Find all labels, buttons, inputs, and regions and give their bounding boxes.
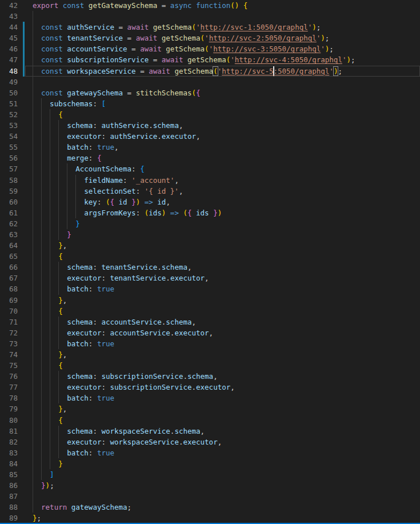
code-line[interactable]: 68 batch: true bbox=[0, 283, 420, 294]
code-line-content[interactable]: } bbox=[25, 218, 420, 229]
code-line[interactable]: 87 bbox=[0, 491, 420, 502]
line-number[interactable]: 77 bbox=[0, 382, 18, 393]
line-number[interactable]: 49 bbox=[0, 77, 18, 87]
code-line-content[interactable]: { bbox=[25, 415, 420, 426]
code-line[interactable]: 81 schema: workspaceService.schema, bbox=[0, 426, 420, 437]
code-line[interactable]: 59 selectionSet: '{ id }', bbox=[0, 186, 420, 197]
line-number[interactable]: 46 bbox=[0, 43, 18, 54]
code-line-content[interactable]: const tenantService = await getSchema('h… bbox=[25, 33, 420, 43]
line-number[interactable]: 76 bbox=[0, 371, 18, 382]
code-line[interactable]: 43 bbox=[0, 11, 420, 22]
code-line-content[interactable]: }); bbox=[25, 480, 420, 491]
code-line[interactable]: 63 } bbox=[0, 229, 420, 240]
line-number[interactable]: 67 bbox=[0, 273, 18, 283]
line-number[interactable]: 51 bbox=[0, 98, 18, 109]
code-line-content[interactable]: { bbox=[25, 360, 420, 371]
code-line[interactable]: 58 fieldName: '_account', bbox=[0, 175, 420, 186]
code-line[interactable]: 74 }, bbox=[0, 349, 420, 360]
code-line-content[interactable]: executor: workspaceService.executor, bbox=[25, 437, 420, 447]
code-line[interactable]: 80 { bbox=[0, 415, 420, 426]
code-line[interactable]: 72 executor: accountService.executor, bbox=[0, 327, 420, 338]
line-number[interactable]: 66 bbox=[0, 262, 18, 273]
code-line[interactable]: 75 { bbox=[0, 360, 420, 371]
line-number[interactable]: 55 bbox=[0, 142, 18, 153]
code-line[interactable]: 54 executor: authService.executor, bbox=[0, 131, 420, 142]
code-line-content[interactable]: selectionSet: '{ id }', bbox=[25, 186, 420, 197]
code-line-content[interactable]: executor: accountService.executor, bbox=[25, 327, 420, 338]
code-line[interactable]: 53 schema: authService.schema, bbox=[0, 120, 420, 131]
code-line[interactable]: 67 executor: tenantService.executor, bbox=[0, 273, 420, 283]
line-number[interactable]: 89 bbox=[0, 513, 18, 523]
line-number[interactable]: 81 bbox=[0, 426, 18, 437]
code-line[interactable]: 46 const accountService = await getSchem… bbox=[0, 43, 420, 54]
code-line-content[interactable]: schema: workspaceService.schema, bbox=[25, 426, 420, 437]
code-line[interactable]: 51 subschemas: [ bbox=[0, 98, 420, 109]
line-number[interactable]: 74 bbox=[0, 349, 18, 360]
code-line-content[interactable]: }; bbox=[25, 513, 420, 523]
code-line-content[interactable]: schema: subscriptionService.schema, bbox=[25, 371, 420, 382]
code-line[interactable]: 83 batch: true bbox=[0, 447, 420, 458]
line-number[interactable]: 68 bbox=[0, 283, 18, 294]
code-line[interactable]: 42export const getGatewaySchema = async … bbox=[0, 0, 420, 11]
code-line-content[interactable]: { bbox=[25, 109, 420, 120]
code-line[interactable]: 62 } bbox=[0, 218, 420, 229]
code-line-content[interactable]: const subscriptionService = await getSch… bbox=[25, 54, 420, 65]
code-line[interactable]: 52 { bbox=[0, 109, 420, 120]
code-line[interactable]: 89}; bbox=[0, 513, 420, 523]
line-number[interactable]: 70 bbox=[0, 306, 18, 317]
code-line[interactable]: 60 key: ({ id }) => id, bbox=[0, 197, 420, 207]
line-number[interactable]: 57 bbox=[0, 163, 18, 174]
code-line-content[interactable]: fieldName: '_account', bbox=[25, 175, 420, 186]
code-line-content[interactable]: } bbox=[25, 458, 420, 469]
line-number[interactable]: 47 bbox=[0, 54, 18, 65]
line-number[interactable]: 86 bbox=[0, 480, 18, 491]
code-line-content[interactable]: batch: true bbox=[25, 393, 420, 403]
code-line[interactable]: 76 schema: subscriptionService.schema, bbox=[0, 371, 420, 382]
line-number[interactable]: 42 bbox=[0, 0, 18, 11]
code-line[interactable]: 69 }, bbox=[0, 295, 420, 306]
code-line-content[interactable]: executor: authService.executor, bbox=[25, 131, 420, 142]
line-number[interactable]: 85 bbox=[0, 469, 18, 480]
code-line[interactable]: 78 batch: true bbox=[0, 393, 420, 403]
code-line-content[interactable]: batch: true, bbox=[25, 142, 420, 153]
code-line[interactable]: 79 }, bbox=[0, 403, 420, 414]
line-number[interactable]: 73 bbox=[0, 338, 18, 349]
code-line-content[interactable]: } bbox=[25, 229, 420, 240]
code-line-content[interactable]: AccountSchema: { bbox=[25, 163, 420, 174]
code-line[interactable]: 86 }); bbox=[0, 480, 420, 491]
line-number[interactable]: 56 bbox=[0, 153, 18, 163]
code-line[interactable]: 44 const authService = await getSchema('… bbox=[0, 22, 420, 33]
code-line-content[interactable]: const gatewaySchema = stitchSchemas({ bbox=[25, 87, 420, 98]
line-number[interactable]: 45 bbox=[0, 33, 18, 43]
line-number[interactable]: 78 bbox=[0, 393, 18, 403]
code-line-content[interactable]: { bbox=[25, 251, 420, 262]
code-line-content[interactable]: schema: authService.schema, bbox=[25, 120, 420, 131]
code-line[interactable]: 61 argsFromKeys: (ids) => ({ ids }) bbox=[0, 207, 420, 218]
line-number[interactable]: 75 bbox=[0, 360, 18, 371]
line-number[interactable]: 43 bbox=[0, 11, 18, 22]
code-line[interactable]: 88 return gatewaySchema; bbox=[0, 502, 420, 513]
code-line[interactable]: 47 const subscriptionService = await get… bbox=[0, 54, 420, 65]
code-line-content[interactable]: }, bbox=[25, 295, 420, 306]
line-number[interactable]: 88 bbox=[0, 502, 18, 513]
code-line-content[interactable]: }, bbox=[25, 240, 420, 251]
code-line-content[interactable] bbox=[25, 491, 420, 502]
line-number[interactable]: 82 bbox=[0, 437, 18, 447]
code-line[interactable]: 50 const gatewaySchema = stitchSchemas({ bbox=[0, 87, 420, 98]
code-line[interactable]: 71 schema: accountService.schema, bbox=[0, 317, 420, 327]
line-number[interactable]: 83 bbox=[0, 447, 18, 458]
code-line-content[interactable]: batch: true bbox=[25, 447, 420, 458]
code-line[interactable]: 70 { bbox=[0, 306, 420, 317]
code-line-content[interactable]: subschemas: [ bbox=[25, 98, 420, 109]
line-number[interactable]: 58 bbox=[0, 175, 18, 186]
code-line[interactable]: 56 merge: { bbox=[0, 153, 420, 163]
code-line-content[interactable]: }, bbox=[25, 403, 420, 414]
line-number[interactable]: 48 bbox=[0, 66, 18, 77]
code-line-content[interactable]: key: ({ id }) => id, bbox=[25, 197, 420, 207]
line-number[interactable]: 65 bbox=[0, 251, 18, 262]
code-line-content[interactable]: { bbox=[25, 306, 420, 317]
code-line-content[interactable]: ] bbox=[25, 469, 420, 480]
line-number[interactable]: 61 bbox=[0, 207, 18, 218]
code-line-content[interactable]: const authService = await getSchema('htt… bbox=[25, 22, 420, 33]
code-line[interactable]: 85 ] bbox=[0, 469, 420, 480]
